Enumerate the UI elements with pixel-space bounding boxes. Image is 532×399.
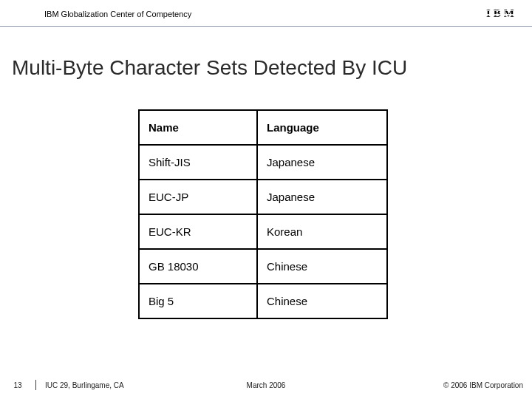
cell-name: GB 18030 — [139, 249, 257, 284]
header-org: IBM Globalization Center of Competency — [44, 10, 191, 18]
footer-left: 13 IUC 29, Burlingame, CA — [0, 380, 124, 390]
cell-language: Korean — [257, 214, 387, 249]
table-row: GB 18030 Chinese — [139, 249, 387, 284]
header-bar: IBM Globalization Center of Competency I… — [0, 6, 532, 27]
cell-language: Chinese — [257, 284, 387, 318]
table-row: Big 5 Chinese — [139, 284, 387, 318]
col-header-language: Language — [257, 110, 387, 145]
ibm-logo-icon: IBM — [486, 7, 519, 20]
footer: 13 IUC 29, Burlingame, CA March 2006 © 2… — [0, 380, 532, 390]
footer-venue: IUC 29, Burlingame, CA — [45, 381, 124, 389]
cell-language: Japanese — [257, 180, 387, 214]
cell-name: Big 5 — [139, 284, 257, 318]
cell-language: Japanese — [257, 145, 387, 180]
table-row: EUC-JP Japanese — [139, 180, 387, 214]
table-row: Shift-JIS Japanese — [139, 145, 387, 180]
col-header-name: Name — [139, 110, 257, 145]
table-header-row: Name Language — [139, 110, 387, 145]
footer-divider — [35, 380, 36, 390]
page-title: Multi-Byte Character Sets Detected By IC… — [12, 56, 407, 80]
footer-copyright: © 2006 IBM Corporation — [443, 381, 532, 389]
page-number: 13 — [0, 381, 35, 389]
cell-language: Chinese — [257, 249, 387, 284]
cell-name: EUC-JP — [139, 180, 257, 214]
charset-table: Name Language Shift-JIS Japanese EUC-JP … — [138, 109, 388, 319]
table-row: EUC-KR Korean — [139, 214, 387, 249]
cell-name: EUC-KR — [139, 214, 257, 249]
slide: IBM Globalization Center of Competency I… — [0, 0, 532, 399]
cell-name: Shift-JIS — [139, 145, 257, 180]
